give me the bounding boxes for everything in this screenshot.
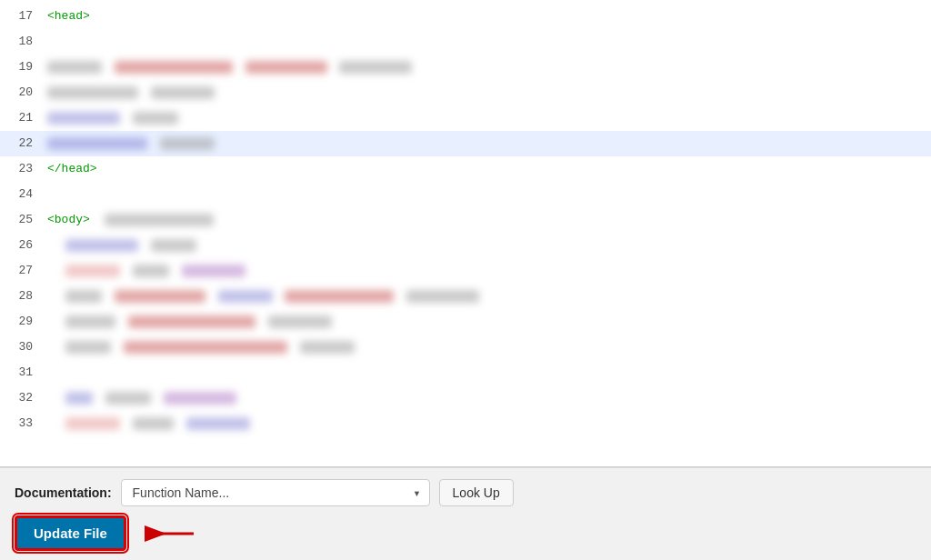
line-number-21: 21 [0,105,44,131]
code-line-18: 18 [0,29,931,55]
code-line-24: 24 [0,182,931,207]
line-content-19 [44,55,931,80]
code-line-19: 19 [0,55,931,80]
code-editor: 17 <head> 18 19 20 [0,0,931,467]
lookup-button[interactable]: Look Up [439,479,514,506]
line-number-33: 33 [0,411,44,436]
red-arrow-icon [141,521,195,546]
line-content-20 [44,80,931,105]
line-content-21 [44,105,931,131]
line-content-33 [44,411,931,436]
bottom-toolbar: Documentation: Function Name... Look Up … [0,467,931,560]
code-line-17: 17 <head> [0,4,931,29]
line-number-18: 18 [0,29,44,55]
arrow-wrapper [141,521,195,546]
line-content-23: </head> [44,156,931,182]
line-number-32: 32 [0,385,44,411]
line-number-29: 29 [0,309,44,335]
line-content-29 [44,309,931,335]
line-content-28 [44,284,931,309]
line-number-19: 19 [0,55,44,80]
line-content-22 [44,131,931,156]
code-line-29: 29 [0,309,931,335]
line-number-22: 22 [0,131,44,156]
line-number-23: 23 [0,156,44,182]
line-content-27 [44,258,931,284]
code-line-33: 33 [0,411,931,436]
code-line-31: 31 [0,360,931,385]
update-file-button[interactable]: Update File [15,515,126,551]
code-line-25: 25 <body> [0,207,931,233]
code-line-21: 21 [0,105,931,131]
line-number-24: 24 [0,182,44,207]
code-line-26: 26 [0,233,931,258]
line-number-17: 17 [0,4,44,29]
code-line-23: 23 </head> [0,156,931,182]
code-lines: 17 <head> 18 19 20 [0,0,931,466]
code-line-28: 28 [0,284,931,309]
line-content-25: <body> [44,207,931,233]
line-number-25: 25 [0,207,44,233]
line-number-27: 27 [0,258,44,284]
actions-row: Update File [15,515,916,551]
documentation-label: Documentation: [15,485,112,500]
line-content-26 [44,233,931,258]
line-number-26: 26 [0,233,44,258]
line-number-30: 30 [0,335,44,360]
code-line-27: 27 [0,258,931,284]
line-number-20: 20 [0,80,44,105]
documentation-row: Documentation: Function Name... Look Up [15,479,916,506]
line-content-30 [44,335,931,360]
function-name-select[interactable]: Function Name... [121,479,430,506]
code-line-20: 20 [0,80,931,105]
line-number-28: 28 [0,284,44,309]
select-wrapper[interactable]: Function Name... [121,479,430,506]
line-content-17: <head> [44,4,931,29]
line-number-31: 31 [0,360,44,385]
line-content-32 [44,385,931,411]
code-line-32: 32 [0,385,931,411]
code-line-30: 30 [0,335,931,360]
code-line-22: 22 [0,131,931,156]
